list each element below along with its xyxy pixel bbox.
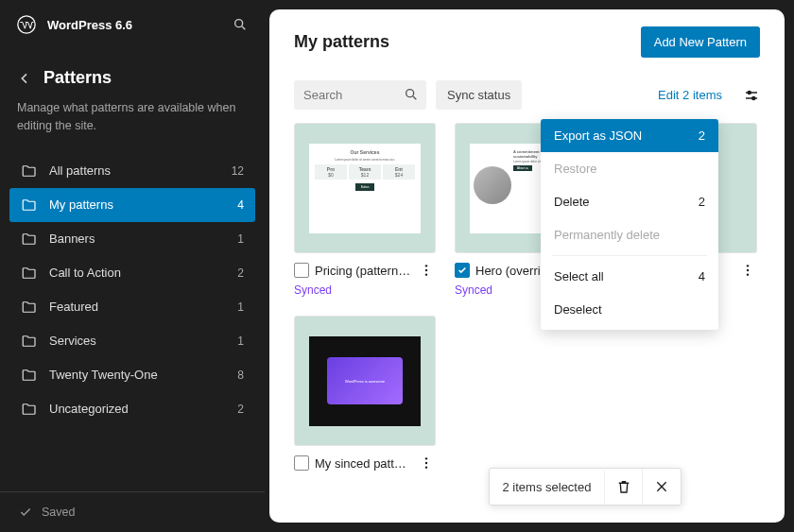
sidebar-item-count: 1	[237, 232, 244, 246]
page-title: My patterns	[294, 32, 389, 52]
svg-point-18	[425, 457, 427, 459]
global-search-icon[interactable]	[233, 17, 248, 32]
sidebar-item[interactable]: Uncategorized2	[9, 392, 255, 426]
selection-count: 2 items selected	[490, 471, 606, 504]
sync-status-filter[interactable]: Sync status	[436, 80, 522, 110]
sidebar-item-label: Featured	[49, 300, 226, 314]
delete-selected-button[interactable]	[605, 469, 643, 505]
folder-icon	[21, 367, 38, 384]
svg-point-1	[235, 20, 243, 27]
selection-bar: 2 items selected	[489, 468, 682, 506]
svg-line-2	[242, 26, 245, 29]
pattern-more-icon[interactable]	[417, 263, 436, 278]
popover-item-label: Permanently delete	[554, 228, 660, 242]
popover-item-label: Select all	[554, 269, 604, 283]
svg-point-16	[747, 269, 749, 271]
popover-item[interactable]: Export as JSON2	[541, 119, 718, 152]
view-options-icon[interactable]	[743, 87, 760, 104]
svg-point-11	[425, 273, 427, 275]
search-wrapper	[294, 80, 426, 110]
popover-item-count: 2	[699, 195, 705, 209]
sidebar-item-label: Uncategorized	[49, 402, 226, 416]
sidebar-item[interactable]: My patterns4	[9, 188, 255, 222]
sidebar-item[interactable]: Twenty Twenty-One8	[9, 358, 255, 392]
svg-line-4	[413, 96, 416, 99]
svg-point-19	[425, 462, 427, 464]
sidebar-item-count: 12	[232, 164, 244, 178]
popover-item-label: Export as JSON	[554, 129, 642, 143]
svg-point-8	[752, 96, 755, 99]
sidebar-item[interactable]: Banners1	[9, 222, 255, 256]
svg-point-7	[748, 91, 751, 94]
svg-point-9	[425, 265, 427, 266]
pattern-more-icon[interactable]	[738, 263, 757, 278]
popover-item: Restore	[541, 152, 718, 185]
sidebar-item-label: Call to Action	[49, 266, 226, 280]
sidebar-item-count: 1	[237, 300, 244, 314]
svg-point-20	[425, 466, 427, 468]
sidebar-item-count: 2	[237, 403, 244, 416]
sidebar-item[interactable]: Call to Action2	[9, 256, 255, 290]
popover-item[interactable]: Delete2	[541, 185, 718, 218]
pattern-categories-list: All patterns12My patterns4Banners1Call t…	[0, 154, 265, 426]
sidebar-title: Patterns	[43, 68, 112, 88]
folder-icon	[21, 163, 38, 180]
svg-point-15	[747, 265, 749, 266]
check-icon	[19, 506, 32, 519]
search-icon[interactable]	[404, 87, 419, 102]
sidebar-item-label: Services	[49, 334, 226, 348]
sidebar-item-count: 4	[237, 198, 244, 212]
sidebar-item-label: Banners	[49, 232, 226, 246]
sidebar-header: Patterns	[0, 49, 265, 95]
toolbar: Sync status Edit 2 items	[269, 75, 785, 123]
pattern-checkbox[interactable]	[294, 263, 309, 278]
bulk-actions-popover: Export as JSON2RestoreDelete2Permanently…	[541, 119, 718, 330]
save-status: Saved	[42, 506, 75, 519]
popover-item-count: 2	[699, 129, 705, 143]
add-new-pattern-button[interactable]: Add New Pattern	[641, 26, 760, 58]
sidebar-footer: Saved	[0, 491, 265, 532]
sidebar-item-label: All patterns	[49, 163, 220, 178]
sidebar-item-label: My patterns	[49, 197, 226, 212]
folder-icon	[21, 333, 38, 350]
popover-item-label: Delete	[554, 195, 590, 209]
sidebar-item-count: 2	[237, 266, 244, 280]
sidebar-item-label: Twenty Twenty-One	[49, 368, 226, 382]
pattern-title: My sinced pattern	[315, 456, 411, 471]
pattern-card: WordPress is awesomeMy sinced pattern	[294, 316, 436, 471]
sidebar-item[interactable]: All patterns12	[9, 154, 255, 188]
pattern-thumbnail[interactable]: WordPress is awesome	[294, 316, 436, 446]
sidebar-item[interactable]: Featured1	[9, 290, 255, 324]
main-panel: My patterns Add New Pattern Sync status …	[269, 9, 785, 523]
pattern-checkbox[interactable]	[455, 263, 470, 278]
app-header: WordPress 6.6	[0, 0, 265, 49]
sidebar-item-count: 8	[237, 369, 244, 382]
pattern-thumbnail[interactable]: Our ServicesLorem ipsum dolor sit amero …	[294, 123, 436, 253]
edit-items-link[interactable]: Edit 2 items	[658, 88, 722, 102]
pattern-more-icon[interactable]	[417, 455, 436, 471]
svg-point-3	[406, 90, 414, 97]
popover-item-label: Deselect	[554, 302, 602, 317]
pattern-card: Our ServicesLorem ipsum dolor sit amero …	[294, 123, 436, 297]
svg-point-17	[747, 273, 749, 275]
close-selection-button[interactable]	[643, 469, 681, 505]
popover-item: Permanently delete	[541, 218, 718, 251]
sync-badge: Synced	[294, 278, 436, 297]
folder-icon	[21, 299, 38, 316]
popover-item-count: 4	[699, 269, 705, 283]
pattern-checkbox[interactable]	[294, 455, 309, 471]
sidebar: WordPress 6.6 Patterns Manage what patte…	[0, 0, 265, 532]
wordpress-logo-icon	[17, 15, 36, 34]
folder-icon	[21, 265, 38, 282]
pattern-title: Pricing (pattern ...	[315, 264, 411, 278]
sidebar-item-count: 1	[237, 335, 244, 348]
popover-item[interactable]: Select all4	[541, 260, 718, 293]
app-title: WordPress 6.6	[47, 18, 221, 32]
folder-icon	[21, 401, 38, 418]
popover-item[interactable]: Deselect	[541, 293, 718, 326]
sidebar-description: Manage what patterns are available when …	[0, 95, 265, 154]
sidebar-item[interactable]: Services1	[9, 324, 255, 358]
svg-point-10	[425, 269, 427, 271]
folder-icon	[21, 231, 38, 248]
back-chevron-icon[interactable]	[17, 71, 32, 86]
